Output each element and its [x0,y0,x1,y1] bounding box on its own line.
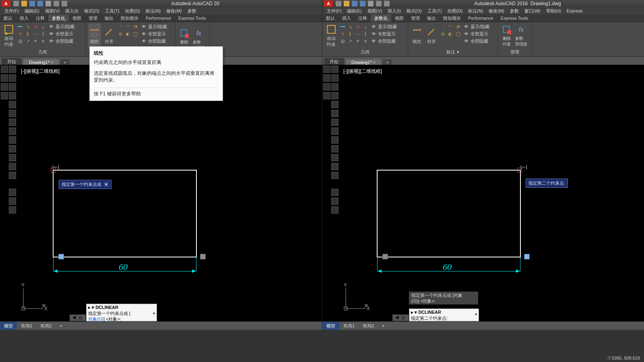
open-icon[interactable] [344,1,349,6]
viewport-label[interactable]: [-][俯视][二维线框] [21,68,60,75]
dim-all[interactable]: 👁全部显示 [140,31,167,37]
geom-hide[interactable]: 👁全部隐藏 [370,38,397,44]
auto-constrain-button[interactable]: 自动 约束 [325,23,338,48]
tool-icon[interactable] [9,197,16,205]
menu-file[interactable]: 文件(F) [324,8,344,14]
tool-icon[interactable] [331,128,339,135]
menu-param[interactable]: 参数 [185,8,199,14]
tool-icon[interactable] [331,92,339,99]
save-icon[interactable] [29,1,35,6]
tool-icon[interactable] [331,163,339,170]
tool-icon[interactable] [9,145,16,152]
auto-constrain-button[interactable]: 自动 约束 [2,23,15,48]
layout-2[interactable]: 布局2 [36,322,56,330]
tool-icon[interactable] [9,66,16,73]
grip-bl[interactable] [382,254,388,259]
dim-text[interactable]: 60 [443,262,452,272]
tool-icon[interactable] [9,136,16,144]
align-constraint-button[interactable]: 对齐 [103,23,116,48]
menu-dim[interactable]: 标注(N) [143,8,163,14]
print-icon[interactable] [368,1,374,6]
tool-icon[interactable] [9,189,16,196]
tool-icon[interactable] [331,197,339,205]
cmd-handle-icon[interactable]: ⮜ ⚙ [70,315,86,321]
print-icon[interactable] [45,1,51,6]
nav-icon[interactable] [1,83,8,90]
nav-icon[interactable] [323,66,330,73]
menu-insert[interactable]: 插入(I) [385,8,403,14]
tool-icon[interactable] [9,206,16,214]
layout-model[interactable]: 模型 [0,322,17,330]
tool-icon[interactable] [9,101,16,108]
tool-icon[interactable] [331,101,339,108]
tool-icon[interactable] [9,163,16,170]
grip-bl[interactable] [58,254,64,259]
layout-plus[interactable]: + [56,322,66,330]
undo-icon[interactable] [54,1,59,6]
ribtab-output[interactable]: 输出 [101,14,117,22]
nav-icon[interactable] [323,74,330,82]
cmd-handle-icon[interactable]: ⮜ ⚙ [392,315,409,321]
grip-br[interactable] [200,254,206,259]
menu-tools[interactable]: 工具(T) [425,8,445,14]
ribtab-perf[interactable]: Performance [142,14,175,22]
menu-draw[interactable]: 绘图(D) [445,8,465,14]
delete-constraint-button[interactable]: 删除 约束 [500,23,513,48]
layout-plus[interactable]: + [378,322,388,330]
menu-insert[interactable]: 插入(I) [62,8,81,14]
tool-icon[interactable] [9,172,16,179]
menu-format[interactable]: 格式(O) [81,8,102,14]
dim-all[interactable]: 👁全部显示 [463,31,489,37]
menu-window[interactable]: 窗口(W) [522,8,543,14]
command-window-right[interactable]: ⮜ ⚙ ▸ ▾ DCLINEAR 指定第二个约束点: ▴ [409,309,479,321]
tool-icon[interactable] [331,136,339,144]
dim-text[interactable]: 60 [119,262,128,272]
layout-1[interactable]: 布局1 [339,322,359,330]
ribtab-output[interactable]: 输出 [423,14,440,22]
tool-icon[interactable] [331,66,339,73]
tool-icon[interactable] [331,206,339,214]
grip-br[interactable] [524,254,530,259]
ribtab-default[interactable]: 默认 [322,14,339,22]
menu-view[interactable]: 视图(V) [42,8,63,14]
dim-show[interactable]: 👁显示/隐藏 [140,23,167,30]
geom-show[interactable]: 👁显示/隐藏 [370,23,397,30]
linear-constraint-button[interactable]: 线性 [88,23,101,48]
ribtab-default[interactable]: 默认 [0,14,16,22]
geom-all[interactable]: 👁全部显示 [370,31,397,37]
new-icon[interactable] [13,1,19,6]
nav-icon[interactable] [1,66,8,73]
dim-hide[interactable]: 👁全部隐藏 [463,38,489,44]
nav-icon[interactable] [323,83,330,90]
menu-draw[interactable]: 绘图(D) [122,8,143,14]
layout-1[interactable]: 布局1 [17,322,36,330]
tool-icon[interactable] [331,154,339,161]
tool-icon[interactable] [9,92,16,99]
ribtab-insert[interactable]: 插入 [16,14,32,22]
ribtab-addon[interactable]: 附加模块 [117,14,142,22]
tool-icon[interactable] [9,74,16,82]
menu-edit[interactable]: 编辑(E) [22,8,42,14]
canvas-left[interactable]: [-][俯视][二维线框] |↔| 60 指定第一个约束点或 ▾ XY ✕ ⮜ … [0,65,322,321]
menu-file[interactable]: 文件(F) [2,8,22,14]
redo-icon[interactable] [62,1,67,6]
nav-icon[interactable] [323,92,330,99]
menu-modify[interactable]: 修改(M) [486,8,507,14]
ribtab-view[interactable]: 视图 [391,14,407,22]
ribtab-express[interactable]: Express Tools [175,14,209,22]
redo-icon[interactable] [384,1,390,6]
canvas-right[interactable]: [-][俯视][二维线框] |↔| 60 指定第二个约束点: XY ✕ 指定第一… [322,65,644,321]
geom-all[interactable]: 👁全部显示 [48,31,74,37]
ribtab-param[interactable]: 参数化 [48,14,69,22]
dim-hide[interactable]: 👁全部隐藏 [140,38,167,44]
command-window-left[interactable]: ⮜ ⚙ ▸ ▾ DCLINEAR 指定第一个约束点或 [ 对象(O)] <对象>… [86,304,157,321]
ribtab-manage[interactable]: 管理 [85,14,101,22]
saveas-icon[interactable] [37,1,43,6]
param-manager-button[interactable]: fx 参数 管理器 [515,23,528,48]
tool-icon[interactable] [331,145,339,152]
tool-icon[interactable] [331,110,339,117]
ribtab-express[interactable]: Express Tools [497,14,532,22]
nav-icon[interactable] [1,74,8,82]
menu-express[interactable]: Express [564,8,586,13]
dim-show[interactable]: 👁显示/隐藏 [463,23,489,30]
